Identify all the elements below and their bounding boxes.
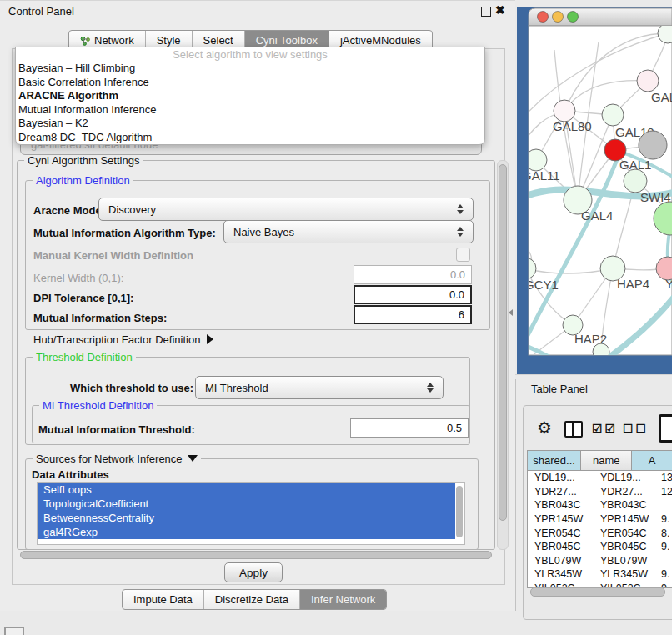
algorithm-definition-label: Algorithm Definition	[33, 174, 133, 187]
table-cell: YDR27...	[594, 486, 656, 498]
tab-label: Style	[157, 34, 181, 47]
network-node-swi4[interactable]	[624, 169, 647, 192]
panel-splitter-arrow[interactable]	[509, 309, 513, 316]
table-panel-title: Table Panel	[531, 382, 588, 395]
unchecked-boxes-icon[interactable]: ☐☐	[623, 422, 649, 435]
checked-boxes-icon[interactable]: ☑☑	[592, 422, 618, 435]
network-window-titlebar[interactable]	[529, 8, 672, 26]
tab-infer-network[interactable]: Infer Network	[300, 590, 386, 609]
node-label: Y	[665, 277, 672, 291]
mi-threshold-label: Mutual Information Threshold:	[38, 423, 195, 436]
table-cell: YBR045C	[528, 541, 594, 552]
panel-divider	[515, 374, 672, 375]
table-cell: YBL079W	[528, 555, 594, 567]
aracne-mode-label: Aracne Mode:	[33, 204, 105, 217]
kernel-width-label: Kernel Width (0,1):	[33, 272, 123, 284]
table-cell: YPR145W	[528, 513, 594, 525]
hub-definition-label: Hub/Transcription Factor Definition	[33, 333, 200, 346]
network-icon	[80, 36, 90, 46]
spinner-arrows-icon	[454, 227, 467, 237]
network-node[interactable]	[639, 131, 667, 159]
kernel-width-field[interactable]: 0.0	[354, 265, 472, 284]
attribute-item-selfloops[interactable]: SelfLoops	[38, 482, 455, 497]
column-header-shared[interactable]: shared...	[528, 451, 581, 470]
hub-definition-toggle[interactable]: Hub/Transcription Factor Definition	[33, 333, 213, 346]
mi-steps-field[interactable]: 6	[354, 305, 472, 324]
tab-label: Impute Data	[133, 593, 193, 606]
table-cell: YLR345W	[594, 568, 656, 580]
table-cell: 12	[656, 486, 672, 498]
algorithm-option-dream8-dc-tdc-algorithm[interactable]: Dream8 DC_TDC Algorithm	[16, 131, 484, 145]
table-row[interactable]: YBL079WYBL079W	[528, 554, 672, 568]
table-cell: YDL19...	[594, 472, 656, 483]
attribute-item-gal4rgexp[interactable]: gal4RGexp	[38, 525, 455, 539]
which-threshold-label: Which threshold to use:	[70, 382, 193, 394]
which-threshold-combo[interactable]: MI Threshold	[195, 376, 444, 399]
settings-vertical-scrollbar[interactable]	[497, 160, 509, 550]
mi-type-combo[interactable]: Naive Bayes	[223, 220, 474, 243]
document-icon[interactable]	[659, 414, 672, 442]
table-cell: 9.	[656, 568, 672, 580]
tab-label: Discretize Data	[215, 593, 288, 606]
float-window-icon[interactable]	[481, 7, 491, 17]
dpi-tolerance-field[interactable]: 0.0	[354, 285, 472, 304]
algorithm-option-mutual-information-inference[interactable]: Mutual Information Inference	[16, 103, 484, 118]
apply-button[interactable]: Apply	[224, 562, 283, 582]
algorithm-option-bayesian-hill-climbing[interactable]: Bayesian – Hill Climbing	[16, 62, 484, 76]
aracne-mode-value: Discovery	[99, 203, 454, 216]
aracne-mode-combo[interactable]: Discovery	[98, 198, 474, 221]
table-cell: YLR345W	[528, 568, 594, 580]
table-cell: 9.	[656, 541, 672, 552]
table-cell: 13	[656, 472, 672, 483]
table-row[interactable]: YPR145WYPR145W9.	[528, 512, 672, 527]
zoom-traffic-light[interactable]	[568, 12, 579, 22]
table-row[interactable]: YDR27...YDR27...12	[528, 485, 672, 499]
expanded-arrow-icon	[188, 455, 198, 462]
mi-threshold-field[interactable]: 0.5	[350, 418, 469, 438]
network-view[interactable]: GALGAL80GAL10GAL1GAL11GAL4SWI4GCY1HAP4YH…	[515, 0, 672, 379]
node-label: GAL4	[581, 208, 613, 222]
split-columns-icon[interactable]	[564, 421, 583, 438]
mi-threshold-group-label: MI Threshold Definition	[39, 399, 157, 412]
column-header-name[interactable]: name	[581, 451, 632, 470]
minimize-traffic-light[interactable]	[553, 12, 564, 22]
gear-icon[interactable]: ⚙	[537, 418, 552, 438]
network-node-gal10[interactable]	[602, 104, 624, 126]
tab-label: Cyni Toolbox	[256, 34, 318, 47]
table-cell: 8.	[656, 528, 672, 539]
tab-impute-data[interactable]: Impute Data	[123, 590, 204, 609]
sources-group-label[interactable]: Sources for Network Inference	[33, 452, 201, 465]
table-cell: YBR043C	[528, 499, 594, 511]
attribute-item-betweennesscentrality[interactable]: BetweennessCentrality	[38, 511, 455, 525]
table-row[interactable]: YBR045CYBR045C9.	[528, 540, 672, 554]
algorithm-option-bayesian-k2[interactable]: Bayesian – K2	[16, 117, 484, 131]
tab-label: Network	[94, 34, 134, 47]
table-horizontal-scrollbar[interactable]	[528, 587, 671, 597]
table-cell: YPR145W	[594, 513, 656, 525]
node-label: HAP4	[617, 277, 649, 291]
algorithm-placeholder: Select algorithm to view settings	[16, 48, 484, 62]
algorithm-option-basic-correlation-inference[interactable]: Basic Correlation Inference	[16, 76, 484, 90]
network-node-gal[interactable]	[637, 70, 659, 92]
close-icon[interactable]: ✖	[495, 3, 505, 17]
list-scrollbar[interactable]	[456, 486, 463, 538]
settings-horizontal-scrollbar[interactable]	[17, 550, 494, 559]
attribute-item-topologicalcoefficient[interactable]: TopologicalCoefficient	[38, 497, 455, 511]
mi-type-value: Naive Bayes	[224, 226, 454, 238]
tab-label: Select	[203, 34, 233, 47]
tab-discretize-data[interactable]: Discretize Data	[204, 590, 300, 609]
manual-kernel-checkbox[interactable]	[456, 248, 470, 262]
table-row[interactable]: YDL19...YDL19...13	[528, 471, 672, 485]
control-panel-titlebar: Control Panel ✖	[0, 1, 515, 23]
table-row[interactable]: YER054CYER054C8.	[528, 526, 672, 540]
table-cell: YBR045C	[594, 541, 656, 552]
algorithm-option-aracne-algorithm[interactable]: ARACNE Algorithm	[16, 89, 484, 103]
table-row[interactable]: YLR345WYLR345W9.	[528, 568, 672, 582]
manual-kernel-label: Manual Kernel Width Definition	[33, 249, 193, 262]
table-cell: 9.	[656, 513, 672, 525]
column-header-a[interactable]: A	[632, 451, 672, 470]
close-traffic-light[interactable]	[538, 12, 549, 22]
table-cell: YBR043C	[594, 499, 656, 511]
table-row[interactable]: YBR043CYBR043C	[528, 498, 672, 512]
which-threshold-value: MI Threshold	[196, 382, 424, 394]
